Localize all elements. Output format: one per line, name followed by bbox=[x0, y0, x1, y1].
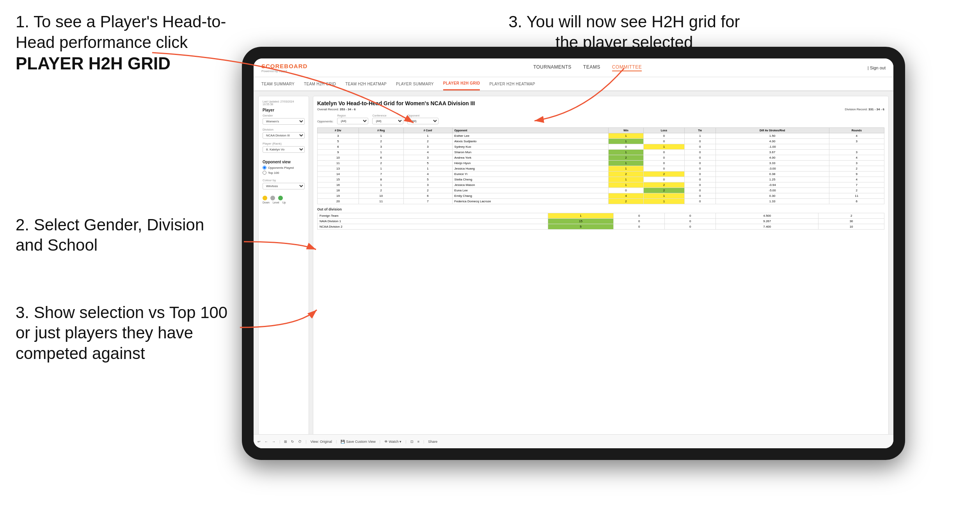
cell-tie: 1 bbox=[684, 133, 715, 139]
toolbar-share[interactable]: Share bbox=[428, 440, 437, 444]
radio-top-100-input[interactable] bbox=[263, 171, 266, 175]
cell-tie: 0 bbox=[684, 188, 715, 193]
cell-loss: 2 bbox=[644, 188, 684, 193]
subnav-team-h2h-grid[interactable]: TEAM H2H GRID bbox=[304, 77, 336, 90]
gender-select[interactable]: Women's Men's bbox=[263, 118, 305, 125]
division-select[interactable]: NCAA Division III NCAA Division I NCAA D… bbox=[263, 132, 305, 139]
th-div: # Div bbox=[318, 128, 359, 133]
panel-subtitle: Overall Record: 353 - 34 - 6 Division Re… bbox=[317, 108, 884, 111]
cell-opp-tie: 0 bbox=[665, 219, 716, 224]
colour-dot-up bbox=[278, 196, 283, 200]
cell-loss: 0 bbox=[644, 177, 684, 182]
toolbar-undo[interactable]: ↩ bbox=[257, 440, 261, 444]
player-section-title: Player bbox=[263, 108, 305, 112]
subnav-player-h2h-grid[interactable]: PLAYER H2H GRID bbox=[443, 77, 480, 90]
tablet: SCOREBOARD Powered by clippd TOURNAMENTS… bbox=[242, 47, 905, 460]
cell-rounds: 3 bbox=[829, 161, 884, 166]
app-header: SCOREBOARD Powered by clippd TOURNAMENTS… bbox=[254, 58, 893, 77]
radio-opponents-played[interactable]: Opponents Played bbox=[263, 166, 305, 170]
th-win: Win bbox=[608, 128, 644, 133]
step2-text: 2. Select Gender, Division and School bbox=[16, 215, 234, 256]
cell-conf: 1 bbox=[403, 133, 452, 139]
main-content: Last Updated: 27/03/2024 16:55:38 Player… bbox=[254, 91, 893, 448]
subnav-team-h2h-heatmap[interactable]: TEAM H2H HEATMAP bbox=[345, 77, 387, 90]
cell-rounds: 3 bbox=[829, 150, 884, 155]
table-row: 13 1 1 Jessica Huang 1 0 0 -3.00 2 bbox=[318, 166, 884, 172]
table-row: 9 1 4 Sharon Mun 1 0 0 3.67 3 bbox=[318, 150, 884, 155]
subnav-player-summary[interactable]: PLAYER SUMMARY bbox=[396, 77, 434, 90]
nav-tournaments[interactable]: TOURNAMENTS bbox=[533, 64, 572, 71]
cell-conf: 7 bbox=[403, 199, 452, 204]
cell-opponent: Andrea York bbox=[452, 155, 608, 161]
radio-opponents-played-input[interactable] bbox=[263, 166, 266, 170]
cell-reg: 2 bbox=[359, 139, 403, 144]
cell-reg: 2 bbox=[359, 161, 403, 166]
cell-div: 14 bbox=[318, 172, 359, 177]
colour-by-select[interactable]: Win/loss bbox=[263, 183, 305, 189]
opponent-select[interactable]: (All) bbox=[407, 118, 439, 124]
cell-reg: 8 bbox=[359, 177, 403, 182]
colour-dot-level bbox=[270, 196, 275, 200]
cell-win: 4 bbox=[608, 193, 644, 199]
th-conf: # Conf bbox=[403, 128, 452, 133]
subnav-player-h2h-heatmap[interactable]: PLAYER H2H HEATMAP bbox=[489, 77, 535, 90]
step3b-block: 3. Show selection vs Top 100 or just pla… bbox=[16, 302, 234, 364]
step1-text: 1. To see a Player's Head-to-Head perfor… bbox=[16, 12, 234, 74]
toolbar-forward[interactable]: → bbox=[272, 440, 275, 444]
overall-record: Overall Record: 353 - 34 - 6 bbox=[317, 108, 356, 111]
radio-top-100-label: Top 100 bbox=[268, 171, 279, 175]
sub-nav: TEAM SUMMARY TEAM H2H GRID TEAM H2H HEAT… bbox=[254, 77, 893, 91]
toolbar-back[interactable]: ← bbox=[265, 440, 268, 444]
toolbar-icon2[interactable]: ≡ bbox=[417, 440, 419, 444]
cell-win: 1 bbox=[608, 177, 644, 182]
cell-conf: 3 bbox=[403, 155, 452, 161]
toolbar-save-custom-view[interactable]: 💾 Save Custom View bbox=[341, 440, 375, 444]
subnav-team-summary[interactable]: TEAM SUMMARY bbox=[261, 77, 295, 90]
cell-opponent: Federica Domecq Lacroze bbox=[452, 199, 608, 204]
conference-select[interactable]: (All) bbox=[372, 118, 403, 124]
cell-rounds: 4 bbox=[829, 177, 884, 182]
cell-win: 2 bbox=[608, 172, 644, 177]
nav-teams[interactable]: TEAMS bbox=[583, 64, 600, 71]
region-select[interactable]: (All) bbox=[337, 118, 368, 124]
toolbar-grid[interactable]: ⊞ bbox=[284, 440, 287, 444]
cell-opponent: Euna Lee bbox=[452, 188, 608, 193]
cell-opp-rounds: 2 bbox=[818, 213, 884, 219]
cell-div: 20 bbox=[318, 199, 359, 204]
cell-tie: 0 bbox=[684, 193, 715, 199]
cell-diff: 0.30 bbox=[715, 193, 829, 199]
cell-rounds: 4 bbox=[829, 133, 884, 139]
player-rank-select[interactable]: 8. Katelyn Vo bbox=[263, 146, 305, 153]
toolbar-refresh[interactable]: ↻ bbox=[291, 440, 294, 444]
toolbar-view-original[interactable]: View: Original bbox=[311, 440, 332, 444]
cell-diff: 1.33 bbox=[715, 199, 829, 204]
panel-title: Katelyn Vo Head-to-Head Grid for Women's… bbox=[317, 100, 884, 106]
toolbar-clock[interactable]: ⏱ bbox=[298, 440, 302, 444]
toolbar-icon1[interactable]: ⊡ bbox=[410, 440, 414, 444]
timestamp: 16:55:38 bbox=[263, 103, 305, 106]
conference-filter-group: Conference (All) bbox=[372, 114, 403, 124]
division-record: Division Record: 331 - 34 - 6 bbox=[845, 108, 884, 111]
cell-diff: -1.00 bbox=[715, 144, 829, 150]
legend-up: Up bbox=[282, 201, 286, 204]
cell-rounds: 9 bbox=[829, 172, 884, 177]
radio-top-100[interactable]: Top 100 bbox=[263, 171, 305, 175]
cell-div: 6 bbox=[318, 144, 359, 150]
region-label: Region bbox=[337, 114, 368, 117]
cell-tie: 0 bbox=[684, 139, 715, 144]
cell-diff: -3.00 bbox=[715, 166, 829, 172]
th-rounds: Rounds bbox=[829, 128, 884, 133]
cell-win: 0 bbox=[608, 144, 644, 150]
cell-opp-rounds: 10 bbox=[818, 224, 884, 230]
sign-out[interactable]: | Sign out bbox=[868, 65, 886, 70]
cell-conf: 3 bbox=[403, 144, 452, 150]
bottom-toolbar: ↩ ← → | ⊞ ↻ ⏱ | View: Original | 💾 Save … bbox=[254, 434, 893, 448]
nav-committee[interactable]: COMMITTEE bbox=[612, 64, 642, 71]
colour-legend bbox=[263, 196, 305, 200]
h2h-table: # Div # Reg # Conf Opponent Win Loss Tie… bbox=[317, 127, 884, 204]
cell-diff: 0.38 bbox=[715, 172, 829, 177]
cell-win: 2 bbox=[608, 155, 644, 161]
cell-conf: 4 bbox=[403, 172, 452, 177]
toolbar-watch[interactable]: 👁 Watch ▾ bbox=[384, 440, 401, 444]
cell-loss: 0 bbox=[644, 139, 684, 144]
